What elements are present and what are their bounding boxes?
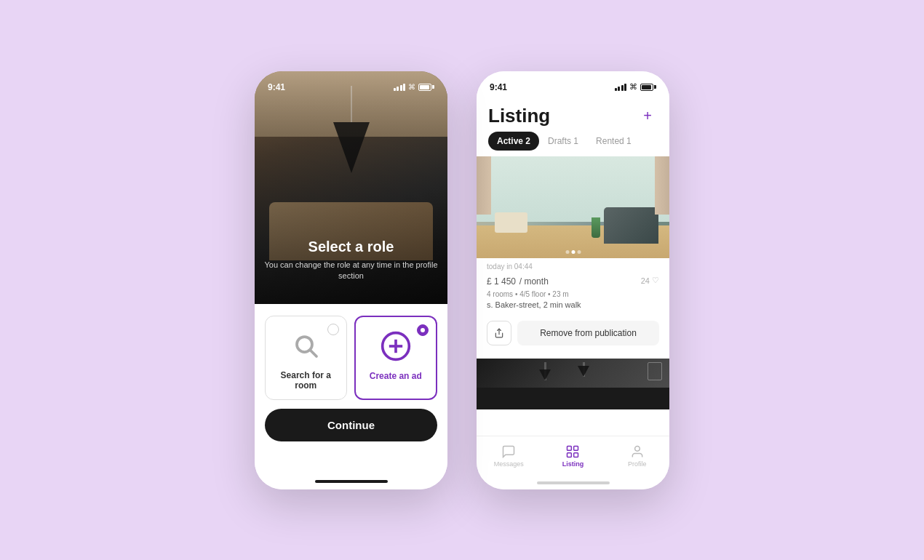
navbar-profile[interactable]: Profile	[605, 444, 669, 468]
listing-card2-image	[477, 359, 669, 409]
remove-from-publication-button[interactable]: Remove from publication	[517, 321, 659, 345]
listing-card-1: today in 04:44 £ 1 450 / month 24 ♡	[477, 156, 669, 353]
phone2-status-icons: ⌘	[615, 82, 657, 92]
card1-sofa	[604, 207, 658, 244]
phone2-home-indicator	[477, 476, 669, 489]
phone2-content: Listing + Active 2 Drafts 1 Rented 1	[477, 97, 669, 436]
phone2-status-bar: 9:41 ⌘	[477, 71, 669, 97]
share-button[interactable]	[487, 321, 511, 345]
phone2-listing: 9:41 ⌘ Listing +	[477, 71, 669, 489]
profile-nav-label: Profile	[628, 460, 647, 468]
messages-nav-label: Messages	[494, 460, 524, 468]
phone2-signal-icon	[615, 84, 627, 91]
listing-card1-image	[477, 156, 669, 258]
dot2	[571, 250, 575, 254]
kitchen-counter	[477, 388, 669, 409]
kitchen-lamp2-icon	[583, 362, 585, 377]
role-radio-create[interactable]	[417, 324, 429, 336]
listing-address: s. Baker-street, 2 min walk	[487, 300, 659, 309]
tab-rented[interactable]: Rented 1	[587, 132, 640, 151]
card1-table	[495, 212, 527, 233]
svg-rect-7	[574, 447, 578, 451]
listing-nav-label: Listing	[562, 460, 584, 468]
image-dots	[565, 250, 581, 254]
svg-rect-6	[567, 447, 572, 451]
create-ad-label: Create an ad	[370, 371, 422, 381]
messages-icon	[501, 444, 516, 459]
search-room-label: Search for a room	[273, 370, 339, 391]
search-room-icon	[292, 332, 319, 359]
signal-icon	[394, 84, 406, 91]
listing-price-period: / month	[519, 276, 549, 287]
role-radio-search[interactable]	[327, 324, 339, 335]
card2-frame	[648, 362, 662, 380]
svg-line-1	[311, 350, 316, 356]
share-icon	[494, 328, 504, 338]
navbar-listing[interactable]: Listing	[541, 444, 605, 468]
listing-tabs: Active 2 Drafts 1 Rented 1	[477, 132, 669, 151]
listing-likes: 24 ♡	[641, 276, 659, 285]
phone2-time: 9:41	[490, 82, 507, 92]
listing-header: Listing +	[477, 97, 669, 132]
listing-actions: Remove from publication	[477, 321, 669, 353]
phone2-home-bar	[537, 481, 610, 484]
tab-active[interactable]: Active 2	[488, 132, 539, 151]
tab-drafts[interactable]: Drafts 1	[539, 132, 587, 151]
phone1-select-role: 9:41 ⌘ Select a r	[255, 71, 447, 489]
listing-icon	[565, 444, 580, 459]
card1-curtain-right	[655, 156, 669, 215]
phone2-wifi-icon: ⌘	[629, 82, 637, 92]
dot3	[577, 250, 581, 254]
phone1-hero-image: Select a role You can change the role at…	[255, 71, 447, 304]
listing-card-2	[477, 359, 669, 409]
dot1	[565, 250, 569, 254]
svg-rect-9	[574, 453, 578, 457]
listing-add-button[interactable]: +	[637, 105, 658, 126]
continue-button[interactable]: Continue	[265, 409, 437, 441]
battery-icon	[418, 84, 434, 91]
kitchen-lamp1-icon	[544, 362, 546, 380]
listing-price-value: £ 1 450 / month	[487, 273, 549, 287]
card1-curtain-left	[477, 156, 491, 215]
profile-icon	[630, 444, 645, 459]
create-ad-icon	[380, 330, 412, 362]
phone2-battery-icon	[640, 84, 656, 91]
listing-price-row: £ 1 450 / month 24 ♡	[487, 273, 659, 288]
listing-card1-info: today in 04:44 £ 1 450 / month 24 ♡	[477, 258, 669, 321]
listing-timestamp: today in 04:44	[487, 263, 659, 271]
role-card-create[interactable]: Create an ad	[354, 316, 438, 400]
listing-details: 4 rooms • 4/5 floor • 23 m	[487, 290, 659, 298]
phone2-navbar: Messages Listing Profile	[477, 436, 669, 476]
listing-price: £ 1 450 / month	[487, 273, 549, 288]
select-role-text-block: Select a role You can change the role at…	[255, 239, 447, 282]
home-bar	[315, 480, 388, 483]
search-room-icon-wrap	[288, 328, 323, 363]
create-ad-icon-wrap	[378, 329, 413, 364]
svg-point-10	[634, 447, 640, 452]
navbar-messages[interactable]: Messages	[477, 444, 541, 468]
select-role-subtitle: You can change the role at any time in t…	[255, 260, 447, 282]
phone1-bottom: Search for a room Create an ad Contin	[255, 304, 447, 473]
phones-container: 9:41 ⌘ Select a r	[255, 71, 669, 489]
card1-plant	[592, 217, 600, 238]
phone1-status-bar: 9:41 ⌘	[255, 71, 447, 97]
select-role-title: Select a role	[255, 239, 447, 255]
listing-page-title: Listing	[488, 105, 550, 127]
heart-icon: ♡	[652, 276, 659, 285]
svg-rect-8	[567, 453, 572, 457]
role-card-search[interactable]: Search for a room	[265, 316, 347, 400]
listing-scroll: today in 04:44 £ 1 450 / month 24 ♡	[477, 156, 669, 436]
phone1-status-icons: ⌘	[394, 83, 435, 91]
role-options: Search for a room Create an ad	[265, 316, 437, 400]
phone1-home-indicator	[255, 473, 447, 489]
wifi-icon: ⌘	[408, 83, 415, 91]
phone1-time: 9:41	[268, 82, 285, 92]
